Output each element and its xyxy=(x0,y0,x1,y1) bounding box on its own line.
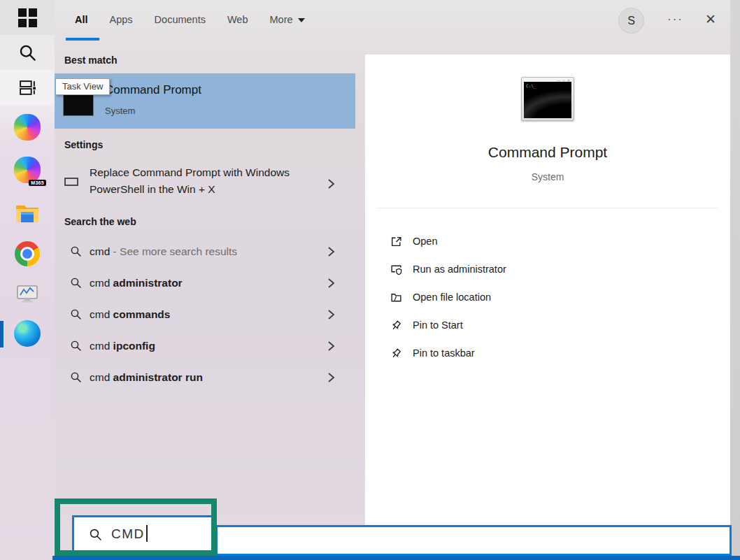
action-label: Pin to taskbar xyxy=(413,339,475,367)
desktop-gutter xyxy=(730,0,740,556)
search-icon xyxy=(70,245,82,257)
shield-icon xyxy=(390,264,402,275)
chrome-button[interactable] xyxy=(0,236,55,271)
tab-more[interactable]: More xyxy=(270,14,305,25)
suggestion-label: cmd ipconfig xyxy=(90,330,155,361)
web-suggestion-row[interactable]: cmd commands xyxy=(55,299,355,330)
action-label: Open file location xyxy=(413,283,491,311)
windows-logo-icon xyxy=(18,8,37,27)
web-suggestion-row[interactable]: cmd - See more search results xyxy=(55,236,355,267)
search-flyout: All Apps Documents Web More S ··· ✕ Best… xyxy=(55,0,730,556)
action-open[interactable]: Open xyxy=(365,227,730,255)
divider xyxy=(378,208,718,208)
pin-icon xyxy=(390,347,402,359)
folder-icon xyxy=(390,292,402,303)
windows-search-screen: M365 All xyxy=(0,0,740,560)
search-icon xyxy=(70,340,82,352)
search-filter-tabs: All Apps Documents Web More xyxy=(75,14,305,25)
action-pin-to-start[interactable]: Pin to Start xyxy=(365,311,730,339)
copilot-button[interactable] xyxy=(0,110,55,145)
settings-result[interactable]: Replace Command Prompt with Windows Powe… xyxy=(55,159,355,208)
detail-pane: — □ ✕ C:\_ Command Prompt System Open xyxy=(365,55,730,556)
tab-apps[interactable]: Apps xyxy=(110,14,133,25)
taskbar-search-field[interactable] xyxy=(215,525,732,556)
web-suggestion-row[interactable]: cmd ipconfig xyxy=(55,330,355,361)
file-explorer-icon xyxy=(15,203,40,224)
close-icon[interactable]: ✕ xyxy=(705,11,716,27)
tab-documents[interactable]: Documents xyxy=(155,14,206,25)
search-web-header: Search the web xyxy=(64,216,136,227)
detail-title: Command Prompt xyxy=(365,144,730,161)
active-tab-underline xyxy=(66,38,99,41)
search-icon xyxy=(70,371,82,383)
chevron-right-icon xyxy=(327,309,335,320)
open-icon xyxy=(390,236,402,247)
web-suggestion-row[interactable]: cmd administrator xyxy=(55,267,355,299)
settings-result-label: Replace Command Prompt with Windows Powe… xyxy=(90,164,310,198)
best-match-title: Command Prompt xyxy=(105,83,201,97)
suggestion-label: cmd administrator xyxy=(90,267,183,299)
task-manager-icon xyxy=(16,285,38,304)
taskbar: M365 xyxy=(0,0,55,560)
chevron-right-icon xyxy=(327,178,335,189)
web-suggestion-row[interactable]: cmd administrator run xyxy=(55,361,355,393)
action-open-file-location[interactable]: Open file location xyxy=(365,283,730,311)
suggestion-label: cmd commands xyxy=(90,299,170,330)
suggestion-label: cmd - See more search results xyxy=(90,236,237,267)
chevron-right-icon xyxy=(327,278,335,289)
start-button[interactable] xyxy=(0,0,55,35)
chrome-icon xyxy=(15,241,40,266)
suggestion-label: cmd administrator run xyxy=(90,361,203,393)
action-label: Run as administrator xyxy=(413,255,506,283)
task-view-button[interactable] xyxy=(0,70,55,105)
detail-subtitle: System xyxy=(365,171,730,182)
task-view-tooltip: Task View xyxy=(55,78,110,95)
action-pin-to-taskbar[interactable]: Pin to taskbar xyxy=(365,339,730,367)
chevron-right-icon xyxy=(327,246,335,257)
action-label: Open xyxy=(413,227,437,255)
best-match-header: Best match xyxy=(64,55,117,66)
taskbar-search-button[interactable] xyxy=(0,35,55,70)
account-avatar[interactable]: S xyxy=(618,8,644,34)
action-run-as-administrator[interactable]: Run as administrator xyxy=(365,255,730,283)
search-icon xyxy=(18,43,37,62)
m365-badge: M365 xyxy=(29,180,46,186)
pin-icon xyxy=(390,320,402,331)
edge-icon xyxy=(14,320,41,347)
edge-button[interactable] xyxy=(0,316,55,351)
options-menu-button[interactable]: ··· xyxy=(667,13,683,27)
command-prompt-icon-large: — □ ✕ C:\_ xyxy=(521,77,574,121)
tab-all[interactable]: All xyxy=(75,14,88,25)
chevron-right-icon xyxy=(327,340,335,352)
task-view-icon xyxy=(18,78,37,97)
task-manager-button[interactable] xyxy=(0,277,55,312)
tab-web[interactable]: Web xyxy=(227,14,248,25)
taskbar-bottom-edge xyxy=(52,556,740,560)
search-icon xyxy=(70,308,82,320)
settings-header: Settings xyxy=(64,139,103,150)
window-icon xyxy=(64,176,78,187)
m365-copilot-button[interactable]: M365 xyxy=(0,152,55,187)
file-explorer-button[interactable] xyxy=(0,196,55,231)
search-icon xyxy=(70,277,82,289)
best-match-subtitle: System xyxy=(105,106,135,116)
action-label: Pin to Start xyxy=(413,311,463,339)
chevron-right-icon xyxy=(327,372,335,383)
chevron-down-icon xyxy=(298,18,305,22)
copilot-icon xyxy=(14,114,41,141)
annotation-highlight-box xyxy=(55,498,217,556)
